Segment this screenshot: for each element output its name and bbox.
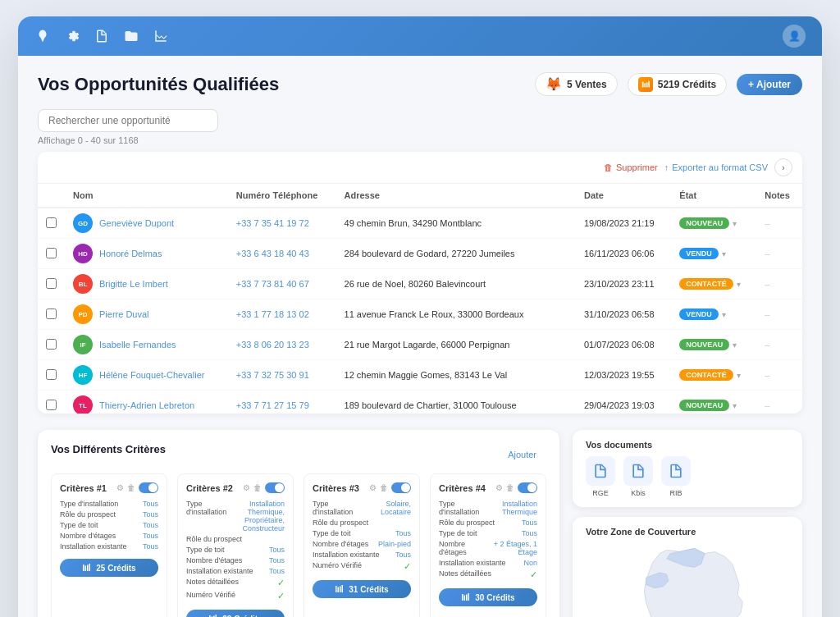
criteria-toggle[interactable] (391, 482, 411, 493)
criteria-toggle[interactable] (265, 482, 285, 493)
contact-name[interactable]: Honoré Delmas (99, 249, 162, 258)
criteria-row-label: Rôle du prospect (439, 519, 495, 527)
criteria-actions: ⚙ 🗑 (369, 482, 411, 493)
contact-name[interactable]: Hélène Fouquet-Chevalier (99, 370, 204, 380)
date-cell: 19/08/2023 21:19 (576, 208, 671, 239)
criteria-header: Critères #2 ⚙ 🗑 (186, 482, 285, 493)
folder-icon[interactable] (123, 28, 139, 44)
row-checkbox[interactable] (46, 339, 57, 350)
status-cell: VENDU ▾ (671, 239, 756, 269)
criteria-row: Type d'installation Installation Thermiq… (439, 500, 537, 516)
row-checkbox[interactable] (46, 400, 57, 410)
settings-icon[interactable] (64, 28, 80, 44)
criteria-rows: Type d'installation Tous Rôle du prospec… (60, 500, 158, 551)
status-chevron[interactable]: ▾ (733, 340, 737, 350)
status-chevron[interactable]: ▾ (737, 371, 741, 380)
address-cell: 284 boulevard de Godard, 27220 Jumeiles (336, 239, 576, 269)
status-cell: NOUVEAU ▾ (671, 391, 756, 414)
add-button[interactable]: + Ajouter (737, 74, 802, 95)
criteria-credit[interactable]: 30 Crédits (439, 588, 537, 606)
criteria-row: Numéro Vérifié ✓ (186, 591, 285, 601)
criteria-credit[interactable]: 25 Crédits (60, 559, 158, 577)
contact-name[interactable]: Thierry-Adrien Lebreton (99, 400, 194, 410)
criteria-card-4: Critères #4 ⚙ 🗑 Type d'installation Inst… (430, 473, 546, 617)
ajouter-link[interactable]: Ajouter (498, 446, 546, 463)
export-button[interactable]: ↑ Exporter au format CSV (664, 162, 768, 172)
table-scroll[interactable]: Nom Numéro Téléphone Adresse Date État N… (38, 184, 802, 414)
trash-icon[interactable]: 🗑 (253, 483, 262, 492)
table-row[interactable]: GD Geneviève Dupont +33 7 35 41 19 72 49… (38, 208, 802, 239)
svg-rect-18 (466, 595, 468, 601)
doc-item[interactable]: Kbis (623, 456, 653, 497)
svg-rect-2 (646, 82, 648, 87)
criteria-rows: Type d'installation Installation Thermiq… (439, 500, 537, 580)
table-row[interactable]: HD Honoré Delmas +33 6 43 18 40 43 284 b… (38, 239, 802, 269)
criteria-row: Nombre d'étages Tous (186, 556, 285, 564)
criteria-card-3: Critères #3 ⚙ 🗑 Type d'installation Sola… (304, 473, 420, 617)
table-row[interactable]: PD Pierre Duval +33 1 77 18 13 02 11 ave… (38, 299, 802, 330)
row-checkbox[interactable] (46, 369, 57, 380)
status-chevron[interactable]: ▾ (722, 310, 726, 319)
document-icon[interactable] (94, 28, 110, 44)
criteria-credit[interactable]: 32 Crédits (186, 610, 285, 617)
rocket-icon[interactable] (34, 28, 51, 44)
doc-icon (623, 456, 653, 486)
row-checkbox[interactable] (46, 248, 57, 258)
contact-name[interactable]: Brigitte Le Imbert (99, 279, 168, 289)
sales-emoji: 🦊 (546, 76, 562, 92)
criteria-credit[interactable]: 31 Crédits (313, 580, 411, 598)
status-cell: NOUVEAU ▾ (671, 208, 756, 239)
criteria-row: Type de toit Tous (186, 546, 285, 554)
docs-title: Vos documents (586, 440, 789, 450)
criteria-row: Installation existante Non (439, 559, 537, 567)
criteria-row: Nombre d'étages Tous (60, 532, 158, 540)
contact-name[interactable]: Isabelle Fernandes (99, 340, 176, 350)
chart-icon[interactable] (153, 28, 169, 44)
docs-list: RGE Kbis RIB (586, 456, 789, 497)
status-chevron[interactable]: ▾ (737, 280, 741, 289)
phone-cell: +33 8 06 20 13 23 (228, 330, 336, 360)
criteria-toggle[interactable] (518, 482, 537, 493)
date-cell: 23/10/2023 23:11 (576, 269, 671, 299)
status-chevron[interactable]: ▾ (722, 249, 726, 258)
count-display: Affichage 0 - 40 sur 1168 (38, 135, 802, 145)
doc-item[interactable]: RIB (661, 456, 691, 497)
table-row[interactable]: HF Hélène Fouquet-Chevalier +33 7 32 75 … (38, 360, 802, 391)
user-avatar[interactable]: 👤 (783, 25, 806, 48)
trash-icon[interactable]: 🗑 (127, 483, 135, 492)
row-checkbox[interactable] (46, 278, 57, 289)
criteria-row-label: Numéro Vérifié (313, 561, 362, 572)
svg-rect-5 (85, 566, 87, 572)
address-cell: 189 boulevard de Chartier, 31000 Toulous… (336, 391, 576, 414)
gear-icon[interactable]: ⚙ (243, 483, 250, 492)
table-row[interactable]: BL Brigitte Le Imbert +33 7 73 81 40 67 … (38, 269, 802, 299)
row-checkbox[interactable] (46, 308, 57, 319)
table-row[interactable]: IF Isabelle Fernandes +33 8 06 20 13 23 … (38, 330, 802, 360)
svg-rect-12 (336, 586, 337, 592)
export-icon: ↑ (664, 162, 669, 172)
criteria-actions: ⚙ 🗑 (495, 482, 537, 493)
criteria-row-label: Rôle du prospect (60, 510, 116, 519)
criteria-panel: Vos Différents Critères Ajouter Critères… (38, 430, 559, 617)
contact-name[interactable]: Geneviève Dupont (99, 218, 174, 228)
status-chevron[interactable]: ▾ (733, 401, 737, 410)
trash-icon[interactable]: 🗑 (506, 483, 514, 492)
gear-icon[interactable]: ⚙ (495, 483, 503, 492)
table-row[interactable]: TL Thierry-Adrien Lebreton +33 7 71 27 1… (38, 391, 802, 414)
criteria-actions: ⚙ 🗑 (243, 482, 285, 493)
search-input[interactable] (38, 109, 218, 132)
table-nav-forward[interactable]: › (774, 158, 792, 176)
page-header: Vos Opportunités Qualifiées 🦊 5 Ventes 5… (38, 72, 802, 96)
trash-icon[interactable]: 🗑 (380, 483, 388, 492)
doc-item[interactable]: RGE (586, 456, 615, 497)
delete-button[interactable]: 🗑 Supprimer (604, 162, 658, 172)
criteria-toggle[interactable] (139, 482, 158, 493)
gear-icon[interactable]: ⚙ (369, 483, 377, 492)
address-cell: 49 chemin Brun, 34290 Montblanc (336, 208, 576, 239)
criteria-rows: Type d'installation Solaire, Locataire R… (313, 500, 411, 572)
status-chevron[interactable]: ▾ (733, 219, 737, 228)
contact-name[interactable]: Pierre Duval (99, 309, 149, 319)
gear-icon[interactable]: ⚙ (116, 483, 124, 492)
row-checkbox[interactable] (46, 217, 57, 228)
criteria-row-label: Notes détaillées (186, 578, 239, 588)
